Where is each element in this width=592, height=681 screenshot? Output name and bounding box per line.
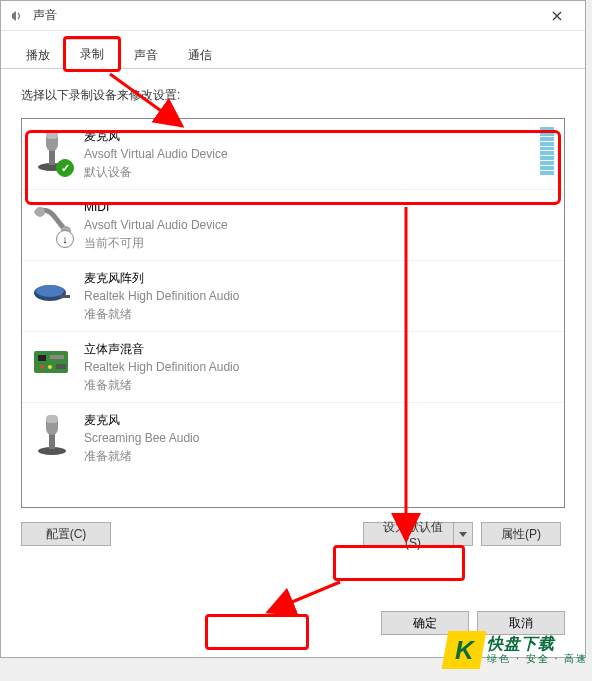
watermark-title: 快盘下载 bbox=[487, 636, 588, 652]
microphone-icon: ✓ bbox=[32, 127, 72, 175]
microphone-icon bbox=[32, 411, 72, 459]
tab-content: 选择以下录制设备来修改设置: ✓ 麦克风 Avsoft Virtual Audi… bbox=[1, 69, 585, 546]
svg-rect-9 bbox=[34, 351, 68, 373]
device-name: 麦克风 bbox=[84, 127, 532, 145]
tab-recording[interactable]: 录制 bbox=[65, 39, 119, 69]
tab-strip: 播放 录制 声音 通信 bbox=[1, 37, 585, 69]
watermark-subtitle: 绿色 · 安全 · 高速 bbox=[487, 654, 588, 664]
app-icon bbox=[9, 8, 25, 24]
device-item[interactable]: 麦克风 Screaming Bee Audio 准备就绪 bbox=[22, 403, 564, 473]
configure-button[interactable]: 配置(C) bbox=[21, 522, 111, 546]
device-item[interactable]: 麦克风阵列 Realtek High Definition Audio 准备就绪 bbox=[22, 261, 564, 332]
close-button[interactable] bbox=[537, 2, 577, 30]
device-info: 麦克风 Avsoft Virtual Audio Device 默认设备 bbox=[84, 127, 532, 181]
sound-dialog: 声音 播放 录制 声音 通信 选择以下录制设备来修改设置: ✓ 麦克风 Avso… bbox=[0, 0, 586, 658]
chevron-down-icon bbox=[459, 532, 467, 537]
device-info: 麦克风阵列 Realtek High Definition Audio 准备就绪 bbox=[84, 269, 554, 323]
svg-point-13 bbox=[48, 365, 52, 369]
tab-sounds[interactable]: 声音 bbox=[119, 40, 173, 69]
midi-cable-icon: ↓ bbox=[32, 198, 72, 246]
window-title: 声音 bbox=[33, 7, 537, 24]
device-info: MIDI Avsoft Virtual Audio Device 当前不可用 bbox=[84, 198, 554, 252]
device-status: 当前不可用 bbox=[84, 234, 554, 252]
device-desc: Realtek High Definition Audio bbox=[84, 287, 554, 305]
device-status: 默认设备 bbox=[84, 163, 532, 181]
watermark: K 快盘下载 绿色 · 安全 · 高速 bbox=[445, 631, 588, 669]
device-name: 立体声混音 bbox=[84, 340, 554, 358]
device-desc: Realtek High Definition Audio bbox=[84, 358, 554, 376]
svg-point-4 bbox=[35, 207, 45, 217]
titlebar: 声音 bbox=[1, 1, 585, 31]
properties-label: 属性(P) bbox=[501, 526, 541, 543]
svg-rect-18 bbox=[46, 415, 58, 423]
device-name: 麦克风 bbox=[84, 411, 554, 429]
svg-rect-8 bbox=[60, 295, 70, 298]
device-item[interactable]: ↓ MIDI Avsoft Virtual Audio Device 当前不可用 bbox=[22, 190, 564, 261]
device-desc: Avsoft Virtual Audio Device bbox=[84, 216, 554, 234]
device-name: 麦克风阵列 bbox=[84, 269, 554, 287]
device-status: 准备就绪 bbox=[84, 305, 554, 323]
svg-rect-3 bbox=[46, 131, 58, 139]
device-buttons-row: 配置(C) 设为默认值(S) 属性(P) bbox=[21, 522, 565, 546]
svg-point-12 bbox=[40, 365, 44, 369]
properties-button[interactable]: 属性(P) bbox=[481, 522, 561, 546]
set-default-button[interactable]: 设为默认值(S) bbox=[363, 522, 473, 546]
svg-point-7 bbox=[36, 285, 64, 297]
configure-label: 配置(C) bbox=[46, 526, 87, 543]
device-list[interactable]: ✓ 麦克风 Avsoft Virtual Audio Device 默认设备 ↓ bbox=[21, 118, 565, 508]
check-badge-icon: ✓ bbox=[56, 159, 74, 177]
svg-rect-10 bbox=[38, 355, 46, 361]
instruction-text: 选择以下录制设备来修改设置: bbox=[21, 87, 565, 104]
device-status: 准备就绪 bbox=[84, 447, 554, 465]
level-meter bbox=[540, 127, 554, 175]
sound-card-icon bbox=[32, 340, 72, 388]
device-status: 准备就绪 bbox=[84, 376, 554, 394]
tab-communications[interactable]: 通信 bbox=[173, 40, 227, 69]
microphone-array-icon bbox=[32, 269, 72, 317]
watermark-logo: K bbox=[442, 631, 487, 669]
device-desc: Avsoft Virtual Audio Device bbox=[84, 145, 532, 163]
set-default-label: 设为默认值(S) bbox=[376, 519, 450, 550]
device-desc: Screaming Bee Audio bbox=[84, 429, 554, 447]
device-info: 立体声混音 Realtek High Definition Audio 准备就绪 bbox=[84, 340, 554, 394]
svg-rect-11 bbox=[50, 355, 64, 359]
device-info: 麦克风 Screaming Bee Audio 准备就绪 bbox=[84, 411, 554, 465]
device-item[interactable]: ✓ 麦克风 Avsoft Virtual Audio Device 默认设备 bbox=[22, 119, 564, 190]
tab-playback[interactable]: 播放 bbox=[11, 40, 65, 69]
device-item[interactable]: 立体声混音 Realtek High Definition Audio 准备就绪 bbox=[22, 332, 564, 403]
download-badge-icon: ↓ bbox=[56, 230, 74, 248]
svg-rect-14 bbox=[56, 364, 66, 369]
device-name: MIDI bbox=[84, 198, 554, 216]
